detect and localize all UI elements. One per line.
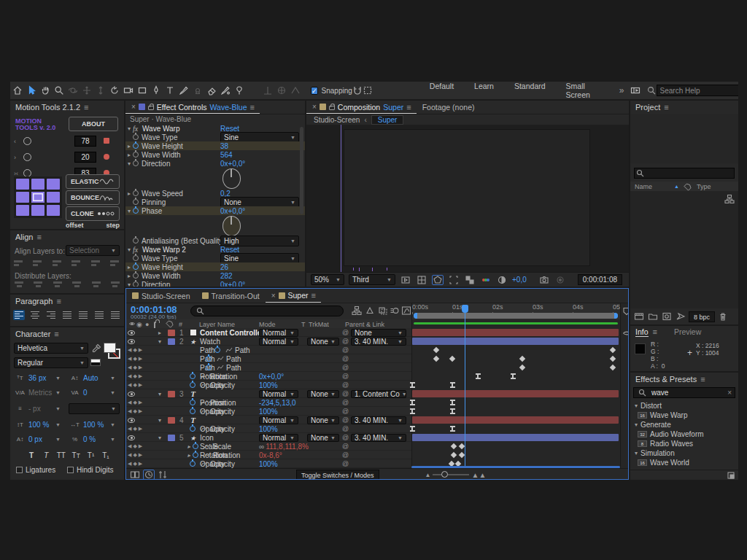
chevron-down-icon[interactable]: ▼ bbox=[110, 422, 115, 427]
local-axis-mode-icon[interactable] bbox=[260, 83, 274, 98]
effect-property-row[interactable]: fx Pinning None None None▼ bbox=[125, 198, 305, 206]
parent-dropdown[interactable]: None▼ bbox=[351, 329, 406, 337]
stopwatch-icon[interactable] bbox=[206, 356, 212, 362]
puppet-pin-tool-icon[interactable] bbox=[232, 83, 246, 98]
faux-italic-button[interactable]: T bbox=[39, 451, 53, 459]
align-right-icon[interactable] bbox=[53, 260, 63, 269]
orbit-camera-tool-icon[interactable] bbox=[66, 83, 80, 98]
property-value[interactable]: 26 bbox=[220, 263, 228, 271]
twirl-icon[interactable]: ▾ bbox=[158, 416, 161, 424]
effects-tree-row[interactable]: 16 Wave World bbox=[630, 458, 738, 467]
keyframe-icon[interactable] bbox=[410, 426, 415, 432]
zoom-tool-icon[interactable] bbox=[52, 83, 66, 98]
preset-button[interactable]: BOUNCE bbox=[66, 190, 120, 205]
stopwatch-icon[interactable] bbox=[190, 400, 196, 405]
keyframe-icon[interactable] bbox=[458, 451, 464, 457]
mode-column-header[interactable]: Mode bbox=[259, 321, 276, 328]
layer-track[interactable] bbox=[411, 416, 620, 424]
project-search-input[interactable] bbox=[634, 168, 735, 179]
brush-tool-icon[interactable] bbox=[177, 83, 190, 98]
guide-line[interactable] bbox=[341, 125, 341, 272]
channel-icon[interactable] bbox=[480, 275, 492, 285]
t-column-header[interactable]: T bbox=[301, 321, 306, 328]
composition-canvas[interactable] bbox=[344, 130, 589, 265]
keyframe-icon[interactable] bbox=[451, 443, 457, 448]
align-bottom-icon[interactable] bbox=[110, 260, 120, 269]
keyframe-icon[interactable] bbox=[519, 364, 525, 370]
stopwatch-icon[interactable] bbox=[133, 255, 139, 261]
effect-property-row[interactable]: ▸ fx Wave Height 38 38 38▼ bbox=[125, 141, 305, 150]
chevron-down-icon[interactable]: ▼ bbox=[110, 437, 115, 442]
parent-dropdown[interactable]: 3. 40 MIN.▼ bbox=[351, 338, 406, 346]
timeline-tab[interactable]: Studio-Screen ≡ bbox=[126, 289, 196, 303]
stopwatch-icon[interactable] bbox=[133, 199, 139, 205]
stopwatch-icon[interactable] bbox=[190, 373, 196, 379]
parent-dropdown[interactable]: 3. 40 MIN.▼ bbox=[351, 416, 406, 424]
footage-tab[interactable]: Footage (none) bbox=[417, 101, 481, 114]
chevron-down-icon[interactable]: ▼ bbox=[110, 376, 115, 381]
effects-tree-row[interactable]: ▾ Distort bbox=[630, 401, 738, 411]
selection-tool-icon[interactable] bbox=[24, 83, 38, 98]
preset-button[interactable]: ELASTIC bbox=[66, 174, 120, 189]
horizontal-scale-value[interactable]: 100 % bbox=[83, 421, 108, 429]
pickwhip-icon[interactable]: @ bbox=[342, 372, 349, 381]
media-encoder-icon[interactable] bbox=[675, 311, 686, 322]
timeline-tab[interactable]: Transition-Out ≡ bbox=[196, 289, 266, 303]
keyframe-icon[interactable] bbox=[433, 346, 439, 352]
search-help-input[interactable] bbox=[657, 85, 738, 96]
composition-viewer[interactable] bbox=[306, 125, 629, 272]
frame-blending-icon[interactable] bbox=[377, 306, 389, 316]
clone-stamp-tool-icon[interactable] bbox=[190, 83, 204, 98]
dolly-camera-tool-icon[interactable] bbox=[93, 83, 107, 98]
name-column-header[interactable]: Name bbox=[635, 183, 652, 190]
panel-menu-icon[interactable]: ≡ bbox=[54, 330, 58, 338]
close-icon[interactable]: × bbox=[131, 103, 136, 111]
timeline-row[interactable]: ◀◆▶ ▾ 4 Normal▼ ∞ bbox=[126, 416, 620, 424]
effect-property-row[interactable]: ▸ fx Wave Height 26 26 26▼ bbox=[125, 262, 305, 271]
pickwhip-icon[interactable]: @ bbox=[342, 451, 349, 459]
effects-tree-row[interactable]: ▾ Simulation bbox=[630, 448, 738, 458]
twirl-icon[interactable]: ▾ bbox=[635, 421, 638, 428]
layer-track[interactable] bbox=[411, 363, 620, 372]
property-value[interactable]: 100% bbox=[259, 425, 278, 433]
tsume-value[interactable]: 0 % bbox=[83, 435, 108, 443]
layer-track[interactable] bbox=[411, 372, 620, 381]
layer-track[interactable] bbox=[411, 354, 620, 363]
distribute-top-icon[interactable] bbox=[14, 281, 24, 290]
timeline-row[interactable]: ◀◆▶ ▾ 3 Normal▼ ∞ bbox=[126, 389, 620, 398]
preset-button[interactable]: CLONE bbox=[66, 206, 120, 221]
effects-tree-row[interactable]: 32 Audio Waveform bbox=[630, 429, 738, 439]
twirl-icon[interactable]: ▾ bbox=[635, 402, 638, 409]
pan-camera-tool-icon[interactable] bbox=[80, 83, 93, 98]
hindi-digits-checkbox[interactable] bbox=[67, 467, 74, 473]
effect-label[interactable]: Wave World bbox=[650, 459, 689, 467]
stopwatch-icon[interactable] bbox=[133, 160, 139, 166]
panel-menu-icon[interactable]: ≡ bbox=[84, 103, 88, 112]
font-size-value[interactable]: 36 px bbox=[28, 374, 53, 382]
property-value[interactable]: 111,8,111,8% bbox=[266, 443, 309, 451]
align-top-icon[interactable] bbox=[71, 260, 82, 269]
blend-mode-dropdown[interactable]: Normal▼ bbox=[259, 338, 298, 346]
bit-depth-button[interactable]: 8 bpc bbox=[689, 311, 715, 322]
comp-marker-bin-icon[interactable] bbox=[621, 306, 629, 316]
label-color-chip[interactable] bbox=[168, 417, 175, 424]
magnification-dropdown[interactable]: 50%▼ bbox=[311, 274, 344, 285]
layer-track[interactable] bbox=[411, 346, 620, 354]
stopwatch-icon[interactable] bbox=[190, 426, 196, 432]
hand-tool-icon[interactable] bbox=[38, 83, 52, 98]
keyframe-icon[interactable] bbox=[476, 373, 481, 379]
slider-value[interactable]: 78 bbox=[74, 136, 96, 147]
twirl-icon[interactable]: ▸ bbox=[187, 443, 190, 450]
trkmat-dropdown[interactable]: None▼ bbox=[307, 434, 339, 442]
stopwatch-icon[interactable] bbox=[193, 443, 198, 449]
snap-options-icon[interactable] bbox=[363, 83, 373, 98]
effects-tree-row[interactable]: 8 Radio Waves bbox=[630, 439, 738, 448]
exposure-icon[interactable] bbox=[496, 275, 508, 285]
panel-menu-icon[interactable]: ≡ bbox=[311, 291, 315, 300]
new-composition-icon[interactable] bbox=[661, 311, 673, 322]
pickwhip-icon[interactable]: @ bbox=[342, 407, 349, 416]
project-flowchart-icon[interactable] bbox=[724, 194, 735, 204]
expand-render-time-icon[interactable] bbox=[143, 470, 155, 480]
project-item-list[interactable] bbox=[630, 191, 738, 308]
keyframe-icon[interactable] bbox=[450, 426, 455, 432]
